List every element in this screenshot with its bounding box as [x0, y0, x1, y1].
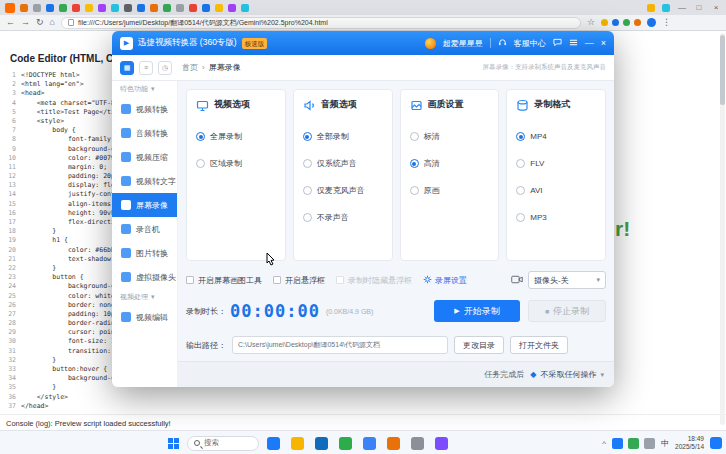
sidebar-item-screen-record[interactable]: 屏幕录像 [112, 193, 177, 217]
page-scrollbar[interactable] [720, 33, 725, 425]
browser-tab-favicon[interactable] [124, 4, 132, 12]
ime-indicator[interactable]: 中 [661, 438, 669, 449]
username[interactable]: 超爱星星昱 [443, 38, 483, 49]
radio-icon[interactable] [303, 159, 312, 168]
radio-icon[interactable] [303, 186, 312, 195]
scrollbar-thumb[interactable] [720, 35, 725, 105]
sidebar-section-video[interactable]: 视频处理 ▾ [112, 289, 177, 305]
sidebar-item-video-compress[interactable]: 视频压缩 [112, 145, 177, 169]
radio-option[interactable]: AVI [516, 177, 596, 204]
output-path-input[interactable] [232, 336, 448, 354]
record-settings-link[interactable]: 录屏设置 [423, 275, 467, 286]
browser-tab-favicon[interactable] [189, 4, 197, 12]
radio-option[interactable]: 仅系统声音 [303, 150, 383, 177]
checkbox-draw-tool[interactable]: 开启屏幕画图工具 [186, 275, 262, 286]
radio-option[interactable]: 全屏录制 [196, 123, 276, 150]
radio-option[interactable]: 区域录制 [196, 150, 276, 177]
browser-tab-favicon[interactable] [72, 4, 80, 12]
radio-option[interactable]: 仅麦克风声音 [303, 177, 383, 204]
tray-chevron-icon[interactable]: ^ [602, 439, 606, 448]
forward-icon[interactable]: → [21, 18, 30, 27]
browser-tab-favicon[interactable] [228, 4, 236, 12]
radio-option[interactable]: MP3 [516, 204, 596, 231]
browser-tab-favicon[interactable] [202, 4, 210, 12]
window-maximize-button[interactable]: □ [694, 0, 704, 15]
folder-icon[interactable] [291, 437, 304, 450]
url-text[interactable]: file:///C:/Users/jumei/Desktop/翻译0514/代码… [78, 18, 328, 28]
radio-option[interactable]: 原画 [410, 177, 490, 204]
app-close-button[interactable]: × [601, 31, 606, 55]
taskbar-search[interactable]: 搜索 [187, 436, 259, 451]
browser-tab-favicon[interactable] [163, 4, 171, 12]
browser-tab-favicon[interactable] [241, 4, 249, 12]
window-minimize-button[interactable]: — [677, 0, 687, 15]
security-icon[interactable] [628, 438, 639, 449]
convert-tool-icon[interactable]: ▦ [120, 61, 134, 75]
browser-tab-favicon[interactable] [111, 4, 119, 12]
browser-tab-favicon[interactable] [176, 4, 184, 12]
browser-tab-favicon[interactable] [33, 4, 41, 12]
store-icon[interactable] [315, 437, 328, 450]
browser-tab-favicon[interactable] [20, 4, 28, 12]
radio-selected-icon[interactable] [303, 132, 312, 141]
history-tool-icon[interactable]: ◷ [158, 61, 172, 75]
radio-icon[interactable] [196, 159, 205, 168]
address-bar[interactable]: file:///C:/Users/jumei/Desktop/翻译0514/代码… [61, 17, 581, 29]
stop-record-button[interactable]: ■ 停止录制 [528, 300, 606, 322]
home-icon[interactable]: ⌂ [50, 18, 55, 27]
user-avatar[interactable] [425, 38, 436, 49]
radio-icon[interactable] [303, 213, 312, 222]
reload-icon[interactable]: ↻ [36, 18, 44, 27]
checkbox-icon[interactable] [273, 276, 281, 284]
browser-tab-favicon[interactable] [59, 4, 67, 12]
browser-tab-favicon[interactable] [215, 4, 223, 12]
radio-icon[interactable] [410, 132, 419, 141]
camera-dropdown[interactable]: 摄像头-关 ▾ [528, 271, 606, 289]
browser-icon[interactable] [267, 437, 280, 450]
radio-option[interactable]: 标清 [410, 123, 490, 150]
sidebar-item-virtual-camera[interactable]: 虚拟摄像头 [112, 265, 177, 289]
wechat-icon[interactable] [339, 437, 352, 450]
breadcrumb-home[interactable]: 首页 [182, 62, 198, 73]
sidebar-item-video-to-text[interactable]: 视频转文字 [112, 169, 177, 193]
sidebar-section-features[interactable]: 特色功能 ▾ [112, 81, 177, 97]
toolbar-extension-icon[interactable] [662, 4, 670, 12]
radio-option[interactable]: 不录声音 [303, 204, 383, 231]
start-record-button[interactable]: ▶ 开始录制 [434, 300, 520, 322]
browser-menu-icon[interactable]: ⋮ [662, 18, 671, 27]
browser-tab-favicon[interactable] [150, 4, 158, 12]
sidebar-item-audio-convert[interactable]: 音频转换 [112, 121, 177, 145]
tray-clock[interactable]: 18:49 2025/5/14 [675, 435, 704, 451]
chat-icon[interactable] [553, 38, 562, 49]
window-close-button[interactable]: × [711, 0, 721, 15]
list-tool-icon[interactable]: ≡ [139, 61, 153, 75]
radio-icon[interactable] [516, 159, 525, 168]
sidebar-item-voice-record[interactable]: 录音机 [112, 217, 177, 241]
browser-logo-icon[interactable] [5, 3, 15, 13]
checkbox-float-box[interactable]: 开启悬浮框 [273, 275, 325, 286]
radio-icon[interactable] [410, 186, 419, 195]
app-minimize-button[interactable]: — [585, 31, 594, 55]
browser-profile-avatar[interactable] [647, 18, 656, 27]
radio-option[interactable]: 全部录制 [303, 123, 383, 150]
radio-selected-icon[interactable] [196, 132, 205, 141]
task-finish-dropdown[interactable]: ◆ 不采取任何操作 ▾ [530, 369, 604, 380]
extension-icon[interactable] [601, 19, 608, 26]
change-directory-button[interactable]: 更改目录 [454, 336, 504, 354]
docs-icon[interactable] [435, 437, 448, 450]
checkbox-icon[interactable] [186, 276, 194, 284]
sidebar-item-video-convert[interactable]: 视频转换 [112, 97, 177, 121]
sidebar-item-video-edit[interactable]: 视频编辑 [112, 305, 177, 329]
radio-option[interactable]: FLV [516, 150, 596, 177]
browser-tab-favicon[interactable] [85, 4, 93, 12]
open-folder-button[interactable]: 打开文件夹 [510, 336, 568, 354]
extension-icon[interactable] [623, 19, 630, 26]
radio-icon[interactable] [516, 186, 525, 195]
volume-icon[interactable] [644, 438, 655, 449]
extension-icon[interactable] [634, 19, 641, 26]
menu-icon[interactable] [569, 38, 578, 49]
start-button[interactable] [168, 438, 179, 449]
media-icon[interactable] [387, 437, 400, 450]
settings-icon[interactable] [411, 437, 424, 450]
back-icon[interactable]: ← [6, 18, 15, 27]
